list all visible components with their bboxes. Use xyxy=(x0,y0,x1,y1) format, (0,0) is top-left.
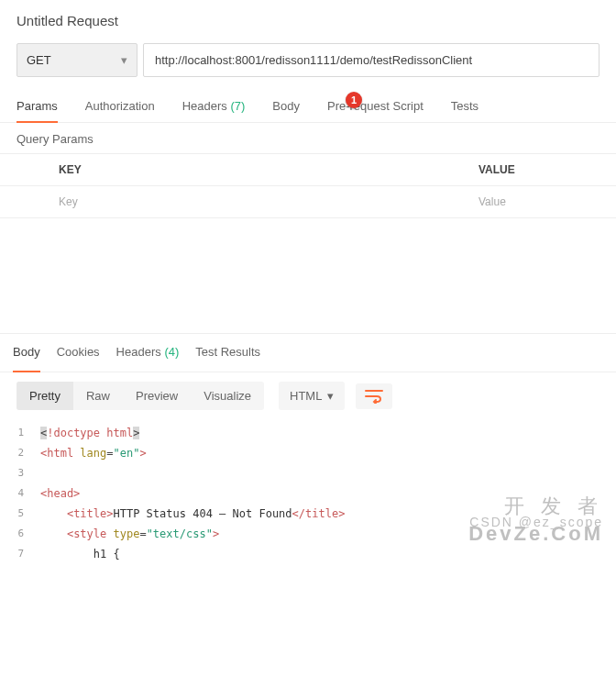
view-mode-group: Pretty Raw Preview Visualize xyxy=(16,382,264,410)
mode-visualize[interactable]: Visualize xyxy=(191,382,264,410)
tab-prerequest[interactable]: Pre-request Script xyxy=(327,90,424,122)
tab-tests[interactable]: Tests xyxy=(451,90,478,122)
spacer xyxy=(0,218,616,334)
response-tabs: Body Cookies Headers (4) Test Results xyxy=(0,334,616,372)
tab-params[interactable]: Params xyxy=(16,90,58,122)
wrap-lines-icon xyxy=(365,389,383,404)
language-select[interactable]: HTML ▾ xyxy=(279,382,345,410)
wrap-button[interactable] xyxy=(356,383,392,409)
method-label: GET xyxy=(27,53,51,67)
query-table-header: KEY VALUE xyxy=(0,153,616,186)
lang-label: HTML xyxy=(290,389,322,403)
body-toolbar: Pretty Raw Preview Visualize HTML ▾ xyxy=(0,372,616,419)
request-header: Untitled Request xyxy=(0,0,616,38)
res-tab-testresults[interactable]: Test Results xyxy=(195,345,260,364)
tab-body[interactable]: Body xyxy=(272,90,300,122)
caret-down-icon: ▾ xyxy=(121,53,127,67)
caret-down-icon: ▾ xyxy=(327,389,334,403)
code-line-7: 7 h1 { xyxy=(0,544,616,564)
res-tab-headers[interactable]: Headers (4) xyxy=(116,345,180,364)
code-line-3: 3 xyxy=(0,463,616,483)
http-method-select[interactable]: GET ▾ xyxy=(16,43,138,77)
mode-pretty[interactable]: Pretty xyxy=(16,382,73,410)
annotation-marker-1: 1 xyxy=(346,92,362,108)
res-headers-label: Headers xyxy=(116,345,161,359)
value-input[interactable]: Value xyxy=(473,186,616,217)
request-title[interactable]: Untitled Request xyxy=(16,13,600,28)
res-tab-body[interactable]: Body xyxy=(13,345,40,364)
tab-authorization[interactable]: Authorization xyxy=(85,90,155,122)
row-check[interactable] xyxy=(0,186,53,217)
query-params-title: Query Params xyxy=(0,123,616,153)
res-tab-cookies[interactable]: Cookies xyxy=(57,345,100,364)
code-line-4: 4<head> xyxy=(0,483,616,504)
tab-headers-label: Headers xyxy=(182,99,227,113)
tab-headers[interactable]: Headers (7) xyxy=(182,90,246,122)
code-viewer[interactable]: 1<!doctype html> 2<html lang="en"> 3 4<h… xyxy=(0,419,616,568)
code-line-2: 2<html lang="en"> xyxy=(0,443,616,463)
request-tabs: Params Authorization Headers (7) Body Pr… xyxy=(0,90,616,123)
query-table-row[interactable]: Key Value xyxy=(0,186,616,218)
col-key-header: KEY xyxy=(53,154,473,185)
code-line-1: 1<!doctype html> xyxy=(0,423,616,443)
key-input[interactable]: Key xyxy=(53,186,473,217)
code-line-6: 6 <style type="text/css"> xyxy=(0,524,616,544)
code-line-5: 5 <title>HTTP Status 404 – Not Found</ti… xyxy=(0,504,616,524)
url-input[interactable] xyxy=(143,43,600,77)
res-headers-count: (4) xyxy=(164,345,179,359)
headers-count: (7) xyxy=(230,99,245,113)
col-check xyxy=(0,154,53,185)
mode-preview[interactable]: Preview xyxy=(123,382,191,410)
request-row: GET ▾ xyxy=(0,38,616,90)
col-value-header: VALUE xyxy=(473,154,616,185)
mode-raw[interactable]: Raw xyxy=(73,382,123,410)
